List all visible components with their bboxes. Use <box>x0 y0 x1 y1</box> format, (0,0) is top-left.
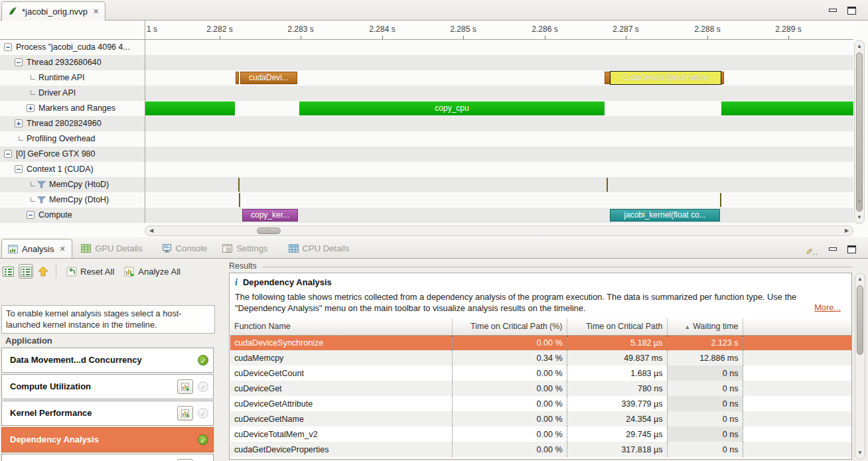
analysis-stage-list: Data Movement...d Concurrency✓Compute Ut… <box>1 348 214 461</box>
memcpy-marker[interactable] <box>239 193 240 207</box>
timeline-vertical-scrollbar[interactable]: ▲ ≡ ▼ <box>854 40 865 224</box>
tab-console[interactable]: Console <box>156 239 214 258</box>
scroll-down-icon[interactable]: ▼ <box>855 448 865 458</box>
ruler-label: 1 s <box>147 25 157 34</box>
timeline-interval-bar[interactable] <box>236 72 239 84</box>
column-header-function-name[interactable]: Function Name <box>230 318 452 335</box>
analysis-stage-kernel-performance[interactable]: Kernel Performance✓ <box>1 401 214 426</box>
memcpy-marker[interactable] <box>238 178 240 192</box>
results-scroll-thumb[interactable] <box>857 285 863 355</box>
table-row[interactable]: cudaGetDeviceProperties0.00 %317.818 µs0… <box>230 442 851 457</box>
timeline-row-label[interactable]: Driver API <box>0 86 145 101</box>
collapse-icon[interactable]: − <box>15 165 23 173</box>
table-row[interactable]: cudaMemcpy0.34 %49.837 ms12.886 ms <box>230 350 851 365</box>
view-menu-icon[interactable]: ✎.. <box>806 245 818 257</box>
timeline-row-label[interactable]: +Thread 2802824960 <box>0 116 145 131</box>
scroll-right-icon[interactable]: ▶ <box>842 226 851 235</box>
timeline-interval-bar[interactable] <box>145 101 235 115</box>
timeline-row-label[interactable]: +Markers and Ranges <box>0 101 145 116</box>
editor-tab-title: *jacobi_orig.nvvp <box>22 7 88 17</box>
table-row[interactable]: cuDeviceGetCount0.00 %1.683 µs0 ns <box>230 365 851 381</box>
tab-settings[interactable]: Settings <box>216 239 273 258</box>
more-link[interactable]: More... <box>814 302 841 312</box>
timeline-row-label[interactable]: −[0] GeForce GTX 980 <box>0 147 145 162</box>
table-cell: 24.354 µs <box>567 411 667 427</box>
memcpy-marker[interactable] <box>720 193 721 207</box>
table-row[interactable]: cuDeviceGetAttribute0.00 %339.779 µs0 ns <box>230 396 851 411</box>
timeline-row-label[interactable]: −Thread 2932680640 <box>0 55 145 70</box>
column-header-time-on-critical-path-[interactable]: Time on Critical Path (%) <box>452 318 567 335</box>
tab-jacobi-orig[interactable]: *jacobi_orig.nvvp ✕ <box>1 1 106 21</box>
analysis-stage-label: Data Movement...d Concurrency <box>10 355 142 365</box>
column-header-waiting-time[interactable]: ▲Waiting time <box>667 318 743 335</box>
ruler-label: 2.288 s <box>694 25 720 34</box>
timeline-horizontal-scrollbar[interactable]: ◀ ⋯ ▶ <box>145 226 853 236</box>
timeline-interval-bar[interactable]: cudaDevi... <box>240 72 297 84</box>
timeline-row-label[interactable]: −Process "jacobi_cuda 4096 4... <box>0 40 145 55</box>
timeline-interval-bar[interactable]: jacobi_kernel(float co... <box>610 209 720 222</box>
timeline-canvas[interactable]: copy_cpucudaDevi...cudaDeviceSynchronize… <box>145 40 853 223</box>
timeline-row-label[interactable]: MemCpy (DtoH) <box>0 192 145 208</box>
analyze-stage-button[interactable] <box>177 379 193 394</box>
guided-analysis-icon[interactable] <box>19 264 33 279</box>
maximize-icon[interactable] <box>847 7 856 15</box>
timeline-vscroll-thumb[interactable]: ≡ <box>856 52 863 212</box>
unguided-analysis-icon[interactable] <box>3 267 14 277</box>
tab-gpu-details[interactable]: GPU Details <box>75 239 149 258</box>
timeline-row-label[interactable]: −Context 1 (CUDA) <box>0 162 145 177</box>
minimize-icon[interactable] <box>829 247 837 251</box>
scroll-up-icon[interactable]: ▲ <box>855 275 865 284</box>
scroll-left-icon[interactable]: ◀ <box>147 226 156 235</box>
scroll-down-icon[interactable]: ▼ <box>855 213 864 222</box>
collapse-icon[interactable]: − <box>4 43 12 51</box>
tab-cpu-details[interactable]: CPU Details <box>283 239 356 258</box>
memcpy-marker[interactable] <box>607 178 608 192</box>
table-cell: 49.837 ms <box>567 350 667 365</box>
analysis-tab-icon <box>8 245 18 253</box>
analysis-stage-nvlink[interactable]: NVLink✓ <box>1 454 214 461</box>
timeline-interval-bar[interactable]: cudaDeviceSynchronize <box>610 71 721 85</box>
collapse-icon[interactable]: − <box>4 150 12 158</box>
analyze-stage-button[interactable] <box>177 406 193 421</box>
close-icon[interactable]: ✕ <box>59 245 65 253</box>
maximize-icon[interactable] <box>847 245 856 253</box>
expand-icon[interactable]: + <box>15 119 23 127</box>
collapse-icon[interactable]: − <box>27 211 35 219</box>
timeline-row-label[interactable]: MemCpy (HtoD) <box>0 177 145 192</box>
analysis-body: Reset All Analyze All To enable kernel a… <box>0 259 868 461</box>
timeline-row-label[interactable]: −Compute <box>0 208 145 223</box>
scroll-up-icon[interactable]: ▲ <box>855 42 864 51</box>
column-header-empty[interactable] <box>743 318 851 335</box>
table-row[interactable]: cuDeviceGetName0.00 %24.354 µs0 ns <box>230 411 851 427</box>
console-tab-icon <box>162 244 172 253</box>
filter-icon[interactable] <box>37 181 46 188</box>
timeline-interval-bar[interactable]: copy_cpu <box>299 101 605 115</box>
analysis-stage-data-movement-d-concurrency[interactable]: Data Movement...d Concurrency✓ <box>1 348 214 373</box>
reset-all-button[interactable]: Reset All <box>64 265 117 278</box>
results-scrollbar[interactable]: ▲ ▼ <box>855 273 865 460</box>
filter-icon[interactable] <box>37 196 46 204</box>
scroll-grip: ≡ <box>857 198 861 204</box>
timeline-row-label[interactable]: Profiling Overhead <box>0 131 145 147</box>
timeline-row-label[interactable]: Runtime API <box>0 70 145 86</box>
table-cell: cuDeviceGet <box>230 381 452 396</box>
table-row[interactable]: cuDeviceTotalMem_v20.00 %29.745 µs0 ns <box>230 427 851 442</box>
table-row[interactable]: cudaDeviceSynchronize0.00 %5.182 µs2.123… <box>230 335 851 350</box>
analysis-toolbar: Reset All Analyze All <box>3 263 183 280</box>
table-row[interactable]: cuDeviceGet0.00 %780 ns0 ns <box>230 381 851 396</box>
close-icon[interactable]: ✕ <box>93 7 99 16</box>
table-cell <box>743 365 851 381</box>
analysis-stage-dependency-analysis[interactable]: Dependency Analysis✓ <box>1 427 214 452</box>
timeline-interval-bar[interactable] <box>721 101 853 115</box>
timeline-ruler[interactable]: 1 s2.282 s2.283 s2.284 s2.285 s2.286 s2.… <box>145 21 853 39</box>
back-up-icon[interactable] <box>38 266 48 277</box>
timeline-hscroll-thumb[interactable]: ⋯ <box>257 228 281 234</box>
tab-analysis[interactable]: Analysis✕ <box>1 239 72 258</box>
minimize-icon[interactable] <box>829 9 837 12</box>
collapse-icon[interactable]: − <box>15 58 23 66</box>
timeline-interval-bar[interactable]: copy_ker... <box>242 209 298 222</box>
expand-icon[interactable]: + <box>27 104 35 112</box>
analyze-all-button[interactable]: Analyze All <box>121 265 183 278</box>
column-header-time-on-critical-path[interactable]: Time on Critical Path <box>567 318 667 335</box>
analysis-stage-compute-utilization[interactable]: Compute Utilization✓ <box>1 374 214 399</box>
